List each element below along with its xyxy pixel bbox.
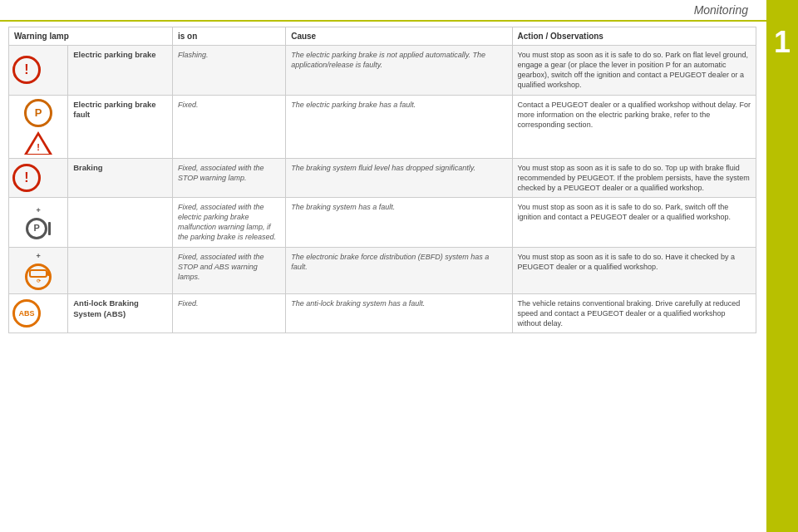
- lamp-name-cell: Electric parking brake: [68, 46, 173, 96]
- warning-circle-icon: !: [12, 56, 41, 84]
- action-cell: You must stop as soon as it is safe to d…: [512, 197, 756, 247]
- icon-cell: !: [9, 158, 68, 197]
- lamp-name-cell: [68, 247, 173, 293]
- braking-fault-icon: + P: [12, 205, 64, 239]
- lamp-name-cell: [68, 197, 173, 247]
- action-cell: Contact a PEUGEOT dealer or a qualified …: [512, 95, 756, 158]
- is-on-cell: Flashing.: [172, 46, 285, 96]
- col-is-on: is on: [172, 27, 285, 46]
- table-header-row: Warning lamp is on Cause Action / Observ…: [9, 27, 756, 46]
- action-cell: You must stop as soon as it is safe to d…: [512, 46, 756, 96]
- warning-lamp-table: Warning lamp is on Cause Action / Observ…: [8, 27, 756, 333]
- icon-cell: + P: [9, 197, 68, 247]
- col-warning-lamp: Warning lamp: [9, 27, 173, 46]
- action-cell: The vehicle retains conventional braking…: [512, 293, 756, 332]
- icon-cell: + ⟳: [9, 247, 68, 293]
- ebfd-icon: + ⟳: [12, 251, 64, 290]
- cause-cell: The electric parking brake has a fault.: [286, 95, 512, 158]
- cause-cell: The electronic brake force distribution …: [286, 247, 512, 293]
- table-row: !Electric parking brakeFlashing.The elec…: [9, 46, 756, 96]
- action-cell: You must stop as soon as it is safe to d…: [512, 158, 756, 197]
- action-cell: You must stop as soon as it is safe to d…: [512, 247, 756, 293]
- is-on-cell: Fixed.: [172, 95, 285, 158]
- lamp-name-cell: Braking: [68, 158, 173, 197]
- table-row: ABSAnti-lock Braking System (ABS)Fixed.T…: [9, 293, 756, 332]
- abs-icon: ABS: [12, 299, 41, 328]
- cause-cell: The braking system fluid level has dropp…: [286, 158, 512, 197]
- table-row: + ⟳ Fixed, associated with the STOP and …: [9, 247, 756, 293]
- col-action: Action / Observations: [512, 27, 756, 46]
- cause-cell: The electric parking brake is not applie…: [286, 46, 512, 96]
- is-on-cell: Fixed, associated with the STOP warning …: [172, 158, 285, 197]
- icon-cell: ABS: [9, 293, 68, 332]
- icon-cell: P !: [9, 95, 68, 158]
- table-row: P ! Electric parking brake faultFixed.Th…: [9, 95, 756, 158]
- chapter-number: 1: [774, 25, 791, 60]
- cause-cell: The braking system has a fault.: [286, 197, 512, 247]
- is-on-cell: Fixed, associated with the STOP and ABS …: [172, 247, 285, 293]
- top-bar: Monitoring: [0, 0, 798, 22]
- side-tab: 1: [766, 0, 798, 532]
- lamp-name-cell: Electric parking brake fault: [68, 95, 173, 158]
- parking-brake-fault-icon: P !: [12, 99, 64, 155]
- icon-cell: !: [9, 46, 68, 96]
- is-on-cell: Fixed, associated with the electric park…: [172, 197, 285, 247]
- is-on-cell: Fixed.: [172, 293, 285, 332]
- table-row: !BrakingFixed, associated with the STOP …: [9, 158, 756, 197]
- cause-cell: The anti-lock braking system has a fault…: [286, 293, 512, 332]
- main-content: Warning lamp is on Cause Action / Observ…: [0, 22, 798, 338]
- table-row: + P Fixed, associated with the electric …: [9, 197, 756, 247]
- col-cause: Cause: [286, 27, 512, 46]
- page-title: Monitoring: [694, 3, 748, 17]
- lamp-name-cell: Anti-lock Braking System (ABS): [68, 293, 173, 332]
- warning-circle-icon: !: [12, 164, 41, 192]
